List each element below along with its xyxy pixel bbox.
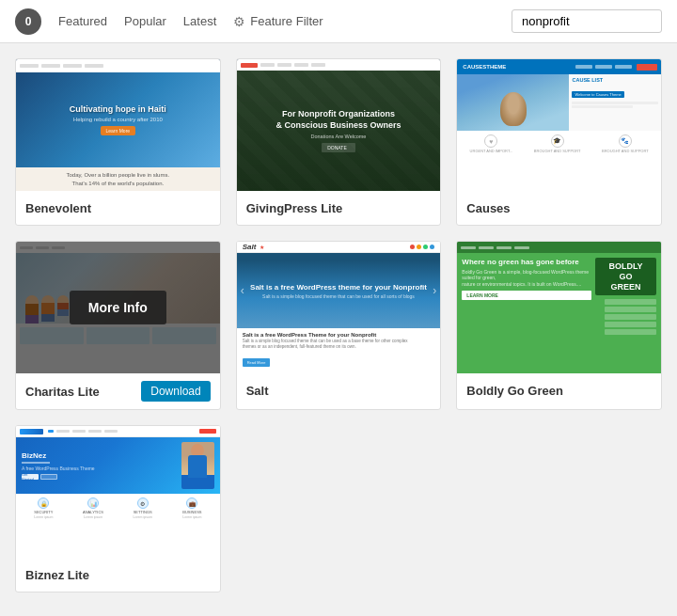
arrow-left-icon: ‹ bbox=[241, 284, 244, 297]
theme-card-causes[interactable]: CAUSESTHEME CAUSE LIST Welcome to Causes bbox=[456, 58, 662, 226]
nav-item bbox=[260, 63, 275, 67]
preview-hero-sub: Helping rebuild a country after 2010 bbox=[73, 117, 163, 122]
nav-item bbox=[496, 246, 512, 249]
preview-cta: Learn More bbox=[101, 126, 136, 135]
preview-person bbox=[181, 442, 214, 489]
nav-dots bbox=[410, 245, 434, 249]
theme-card-benevolent[interactable]: Cultivating hope in Haiti Helping rebuil… bbox=[15, 58, 221, 226]
sidebar-btn: Welcome to Causes Theme bbox=[572, 91, 623, 98]
theme-name: Salt bbox=[246, 384, 269, 398]
preview-services: 🔒 SECURITY Lorem ipsum 📊 ANALYTICS Lorem… bbox=[16, 494, 220, 558]
theme-card-biznez[interactable]: BizNez A free WordPress Business Theme G… bbox=[15, 425, 221, 592]
theme-card-salt[interactable]: Salt ★ ‹ Salt is a free WordPress theme … bbox=[236, 241, 442, 410]
preview-hero-sub: A free WordPress Business Theme bbox=[22, 466, 177, 471]
nav-item bbox=[56, 430, 70, 433]
sidebar-item bbox=[605, 307, 656, 312]
preview-hero-title: BizNez bbox=[22, 451, 177, 461]
paw-icon: 🐾 bbox=[619, 134, 632, 148]
theme-preview-givingpress: For Nonprofit Organizations& Conscious B… bbox=[237, 59, 441, 191]
theme-name-bar: Salt bbox=[237, 373, 441, 407]
sidebar-bar bbox=[572, 105, 632, 108]
theme-name: Benevolent bbox=[25, 201, 91, 215]
preview-icons: ♥ URGENT AND IMPORT... 🎓 BROUGHT AND SUP… bbox=[457, 131, 661, 191]
nav-item bbox=[277, 63, 291, 67]
hero-btn-2 bbox=[40, 474, 57, 480]
theme-name-bar: Biznez Lite bbox=[16, 558, 220, 592]
service-icon: 💼 bbox=[186, 498, 197, 509]
service-item: 📊 ANALYTICS Lorem ipsum bbox=[70, 498, 118, 519]
nav-item bbox=[104, 430, 118, 433]
preview-sidebar: CAUSE LIST Welcome to Causes Theme bbox=[569, 74, 661, 131]
sidebar-title: CAUSE LIST bbox=[572, 77, 658, 83]
nav-latest[interactable]: Latest bbox=[183, 14, 216, 28]
sidebar-item bbox=[605, 322, 656, 327]
theme-preview-biznez: BizNez A free WordPress Business Theme G… bbox=[16, 426, 220, 558]
preview-hero-title: Salt is a free WordPress theme for your … bbox=[250, 283, 427, 292]
download-button[interactable]: Download bbox=[141, 381, 210, 402]
arrow-right-icon: › bbox=[433, 284, 436, 297]
sidebar-bar bbox=[572, 102, 658, 104]
preview-hero: BizNez A free WordPress Business Theme G… bbox=[16, 437, 220, 494]
theme-preview-causes: CAUSESTHEME CAUSE LIST Welcome to Causes bbox=[457, 59, 661, 191]
theme-name-bar: Boldly Go Green bbox=[457, 373, 661, 407]
cause-icon: 🎓 BROUGHT AND SUPPORT bbox=[534, 134, 581, 187]
theme-counter: 0 bbox=[15, 8, 41, 35]
theme-card-boldly[interactable]: Where no green has gone before Boldly Go… bbox=[456, 241, 662, 410]
graduation-icon: 🎓 bbox=[551, 134, 564, 148]
preview-navbar: Salt ★ bbox=[237, 242, 441, 253]
cause-icon: ♥ URGENT AND IMPORT... bbox=[470, 134, 513, 187]
color-dot bbox=[410, 245, 415, 249]
color-dot bbox=[430, 245, 434, 249]
cause-icon: 🐾 BROUGHT AND SUPPORT bbox=[602, 134, 649, 187]
body-text: Salt is a simple blog focused theme that… bbox=[243, 339, 435, 351]
service-icon: 📊 bbox=[87, 498, 99, 509]
service-label: ANALYTICS bbox=[83, 510, 103, 514]
icon-label: URGENT AND IMPORT... bbox=[470, 149, 513, 153]
nav-item bbox=[311, 63, 325, 67]
preview-banner: BOLDLYGOGREEN bbox=[595, 258, 656, 295]
heart-icon: ♥ bbox=[484, 134, 497, 148]
service-label: BUSINESS bbox=[182, 510, 201, 514]
preview-body-text: Today, Over a billion people live in slu… bbox=[16, 167, 220, 191]
theme-name: Charitas Lite bbox=[25, 385, 100, 399]
theme-name: Biznez Lite bbox=[25, 568, 89, 582]
nav-dot bbox=[41, 64, 60, 68]
donate-btn bbox=[637, 64, 657, 71]
feature-filter[interactable]: ⚙ Feature Filter bbox=[233, 14, 323, 29]
preview-hero-title: For Nonprofit Organizations& Conscious B… bbox=[276, 109, 401, 131]
sidebar-item bbox=[605, 329, 656, 335]
preview-hero-sub: Salt is a simple blog focused theme that… bbox=[250, 293, 427, 299]
theme-card-givingpress[interactable]: For Nonprofit Organizations& Conscious B… bbox=[236, 58, 442, 226]
theme-name-bar: Benevolent bbox=[16, 191, 220, 225]
preview-hero: Cultivating hope in Haiti Helping rebuil… bbox=[16, 72, 220, 167]
nav-item bbox=[595, 65, 612, 69]
gp-logo bbox=[241, 63, 258, 68]
more-info-button[interactable]: More Info bbox=[70, 291, 166, 324]
theme-card-charitas[interactable]: More Info Charitas Lite Download bbox=[15, 241, 221, 410]
preview-hero-image bbox=[457, 74, 569, 131]
nav-accent bbox=[48, 430, 54, 433]
hero-btn: Get Started bbox=[22, 474, 39, 480]
feature-filter-label: Feature Filter bbox=[250, 14, 323, 28]
preview-hero: For Nonprofit Organizations& Conscious B… bbox=[237, 71, 441, 191]
preview-learn-btn: LEARN MORE bbox=[462, 291, 591, 300]
preview-hero: CAUSE LIST Welcome to Causes Theme bbox=[457, 74, 661, 131]
preview-hero: ‹ Salt is a free WordPress theme for you… bbox=[237, 253, 441, 328]
service-label: SETTINGS bbox=[134, 510, 152, 514]
search-input[interactable] bbox=[512, 9, 662, 33]
theme-name-bar: GivingPress Lite bbox=[237, 191, 441, 225]
preview-hero-sub: Donations Are Welcome bbox=[311, 134, 367, 139]
service-text: Lorem ipsum bbox=[84, 515, 102, 519]
more-info-overlay: More Info bbox=[16, 242, 220, 373]
service-label: SECURITY bbox=[34, 510, 53, 514]
nav-dot bbox=[20, 64, 39, 68]
nav-popular[interactable]: Popular bbox=[124, 14, 166, 28]
preview-navbar bbox=[237, 59, 441, 71]
banner-text: BOLDLYGOGREEN bbox=[608, 261, 642, 292]
preview-donate: DONATE bbox=[322, 143, 354, 152]
nav-item bbox=[575, 65, 592, 69]
causes-logo: CAUSESTHEME bbox=[463, 64, 573, 70]
sidebar-item bbox=[605, 299, 656, 305]
themes-grid: Cultivating hope in Haiti Helping rebuil… bbox=[15, 58, 662, 592]
nav-featured[interactable]: Featured bbox=[58, 14, 107, 28]
